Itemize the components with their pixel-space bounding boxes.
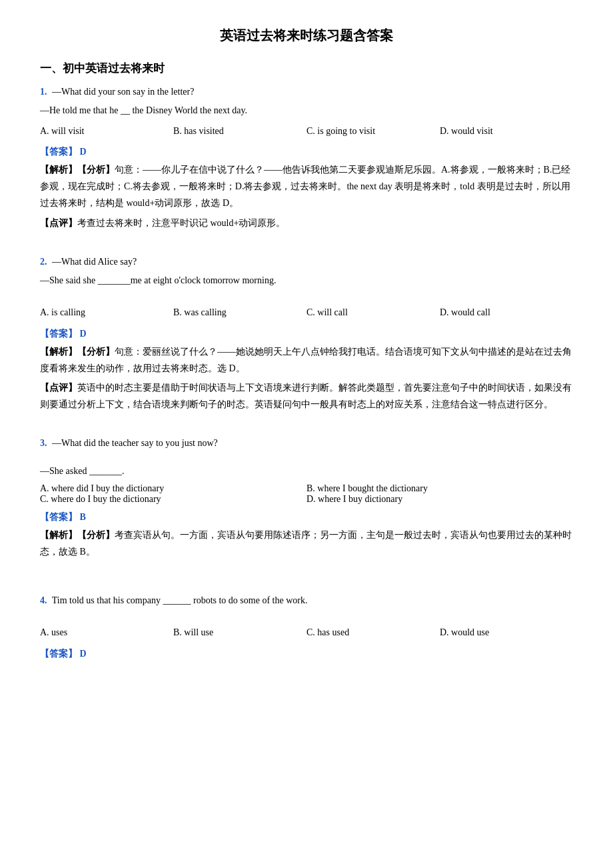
- q3-answer-label: 【答案】: [40, 512, 77, 522]
- q4-option-b: B. will use: [173, 624, 306, 641]
- q1-option-a: A. will visit: [40, 123, 173, 139]
- q4-options: A. uses B. will use C. has used D. would…: [40, 624, 573, 641]
- section-1: 一、初中英语过去将来时 1. —What did your son say in…: [40, 61, 573, 662]
- q1-analysis-text-2: 考查过去将来时，注意平时识记 would+动词原形。: [77, 218, 285, 228]
- q1-analysis-label-2: 【点评】: [40, 218, 77, 228]
- q3-analysis-text-1: 考查宾语从句。一方面，宾语从句要用陈述语序；另一方面，主句是一般过去时，宾语从句…: [40, 530, 572, 557]
- q4-option-a: A. uses: [40, 624, 173, 641]
- q4-number: 4.: [40, 595, 47, 605]
- q2-line1: —What did Alice say?: [52, 257, 137, 267]
- question-1: 1. —What did your son say in the letter?…: [40, 84, 573, 231]
- q3-options-row2: C. where do I buy the dictionary D. wher…: [40, 494, 573, 505]
- q4-answer: D: [80, 649, 87, 659]
- q1-analysis-text-1: 句意：——你儿子在信中说了什么？——他告诉我他第二天要参观迪斯尼乐园。A.将参观…: [40, 165, 570, 208]
- q1-analysis-label-1: 【解析】【分析】: [40, 165, 115, 175]
- q1-answer-label: 【答案】: [40, 147, 77, 157]
- q3-option-c: C. where do I buy the dictionary: [40, 494, 306, 505]
- q3-option-b: B. where I bought the dictionary: [306, 483, 573, 494]
- page-title: 英语过去将来时练习题含答案: [40, 27, 573, 45]
- q1-options: A. will visit B. has visited C. is going…: [40, 123, 573, 139]
- q4-option-c: C. has used: [306, 624, 440, 641]
- q2-number: 2.: [40, 257, 47, 267]
- q2-options: A. is calling B. was calling C. will cal…: [40, 304, 573, 321]
- q1-line2: —He told me that he __ the Disney World …: [40, 105, 247, 115]
- q1-answer: D: [80, 147, 87, 157]
- q2-answer-label: 【答案】: [40, 329, 77, 339]
- q3-answer: B: [80, 512, 86, 522]
- q3-option-d: D. where I buy dictionary: [306, 494, 573, 505]
- q3-number: 3.: [40, 438, 47, 448]
- q3-options: A. where did I buy the dictionary B. whe…: [40, 483, 573, 505]
- q2-analysis-label-2: 【点评】: [40, 383, 77, 393]
- q2-option-c: C. will call: [306, 304, 440, 321]
- q3-line3: —She asked _______.: [40, 466, 124, 476]
- q1-option-d: D. would visit: [440, 123, 573, 139]
- question-3: 3. —What did the teacher say to you just…: [40, 435, 573, 560]
- q1-option-c: C. is going to visit: [306, 123, 440, 139]
- q2-line2: —She said she _______me at eight o'clock…: [40, 275, 276, 285]
- q3-analysis-label-1: 【解析】【分析】: [40, 530, 115, 540]
- q4-option-d: D. would use: [440, 624, 573, 641]
- q4-answer-label: 【答案】: [40, 649, 77, 659]
- q2-analysis-label-1: 【解析】【分析】: [40, 347, 115, 357]
- question-4: 4. Tim told us that his company ______ r…: [40, 593, 573, 662]
- question-2: 2. —What did Alice say? —She said she __…: [40, 254, 573, 413]
- q1-line1: —What did your son say in the letter?: [52, 87, 194, 97]
- section-heading: 一、初中英语过去将来时: [40, 61, 573, 76]
- q3-line1: —What did the teacher say to you just no…: [52, 438, 218, 448]
- q1-option-b: B. has visited: [173, 123, 306, 139]
- q4-line1: Tim told us that his company ______ robo…: [52, 595, 308, 605]
- q3-options-row1: A. where did I buy the dictionary B. whe…: [40, 483, 573, 494]
- q2-analysis-text-2: 英语中的时态主要是借助于时间状语与上下文语境来进行判断。解答此类题型，首先要注意…: [40, 383, 572, 409]
- q2-option-b: B. was calling: [173, 304, 306, 321]
- q2-analysis-text-1: 句意：爱丽丝说了什么？——她说她明天上午八点钟给我打电话。结合语境可知下文从句中…: [40, 347, 572, 373]
- q2-option-a: A. is calling: [40, 304, 173, 321]
- q1-number: 1.: [40, 87, 47, 97]
- q2-option-d: D. would call: [440, 304, 573, 321]
- q2-answer: D: [80, 329, 87, 339]
- q3-option-a: A. where did I buy the dictionary: [40, 483, 306, 494]
